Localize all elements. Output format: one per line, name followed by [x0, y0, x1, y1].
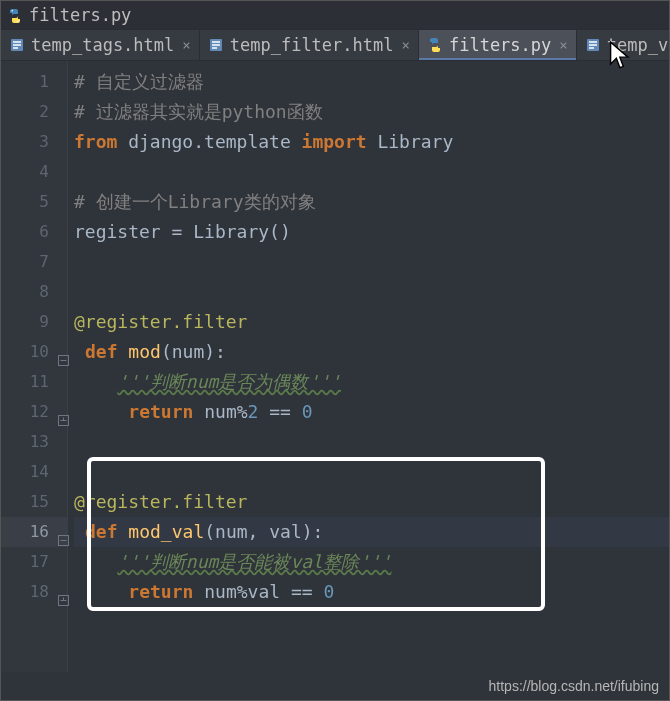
- code-line[interactable]: def mod(num):: [74, 337, 669, 367]
- code-line[interactable]: '''判断num是否为偶数''': [74, 367, 669, 397]
- line-number: 8: [1, 277, 67, 307]
- fold-icon[interactable]: [58, 529, 69, 550]
- line-number: 9: [1, 307, 67, 337]
- tab-label: temp_tags.html: [31, 35, 174, 55]
- code-line[interactable]: return num%val == 0: [74, 577, 669, 607]
- watermark-text: https://blog.csdn.net/ifubing: [489, 678, 659, 694]
- svg-point-2: [17, 21, 19, 23]
- line-number: 17: [1, 547, 67, 577]
- line-number: 6: [1, 217, 67, 247]
- tab-label: temp_var.ht: [607, 35, 669, 55]
- code-line[interactable]: # 创建一个Library类的对象: [74, 187, 669, 217]
- code-line[interactable]: register = Library(): [74, 217, 669, 247]
- code-line[interactable]: return num%2 == 0: [74, 397, 669, 427]
- code-editor[interactable]: 123456789101112131415161718 # 自定义过滤器# 过滤…: [1, 61, 669, 672]
- html-file-icon: [208, 37, 224, 53]
- line-number: 13: [1, 427, 67, 457]
- python-file-icon: [7, 7, 23, 23]
- python-file-icon: [427, 37, 443, 53]
- close-icon[interactable]: ×: [559, 37, 567, 53]
- code-line[interactable]: def mod_val(num, val):: [74, 517, 669, 547]
- line-number: 5: [1, 187, 67, 217]
- file-title: filters.py: [29, 5, 131, 25]
- code-line[interactable]: [74, 247, 669, 277]
- code-line[interactable]: # 过滤器其实就是python函数: [74, 97, 669, 127]
- close-icon[interactable]: ×: [182, 37, 190, 53]
- file-titlebar: filters.py: [1, 1, 669, 30]
- code-line[interactable]: [74, 457, 669, 487]
- line-number: 7: [1, 247, 67, 277]
- tab-temp_var-ht[interactable]: temp_var.ht×: [577, 30, 669, 60]
- tab-label: temp_filter.html: [230, 35, 394, 55]
- fold-icon[interactable]: [58, 589, 69, 610]
- line-number: 11: [1, 367, 67, 397]
- code-line[interactable]: @register.filter: [74, 307, 669, 337]
- code-line[interactable]: # 自定义过滤器: [74, 67, 669, 97]
- code-line[interactable]: [74, 157, 669, 187]
- line-number: 1: [1, 67, 67, 97]
- ide-window: filters.py temp_tags.html×temp_filter.ht…: [0, 0, 670, 701]
- fold-icon[interactable]: [58, 349, 69, 370]
- editor-tabs: temp_tags.html×temp_filter.html×filters.…: [1, 30, 669, 61]
- svg-point-1: [11, 10, 13, 12]
- fold-icon[interactable]: [58, 409, 69, 430]
- tab-temp_filter-html[interactable]: temp_filter.html×: [200, 30, 419, 60]
- code-line[interactable]: [74, 277, 669, 307]
- line-number: 2: [1, 97, 67, 127]
- code-line[interactable]: from django.template import Library: [74, 127, 669, 157]
- code-line[interactable]: @register.filter: [74, 487, 669, 517]
- line-number: 3: [1, 127, 67, 157]
- html-file-icon: [9, 37, 25, 53]
- tab-label: filters.py: [449, 35, 551, 55]
- close-icon[interactable]: ×: [402, 37, 410, 53]
- line-number: 14: [1, 457, 67, 487]
- line-number: 4: [1, 157, 67, 187]
- code-line[interactable]: [74, 427, 669, 457]
- line-number: 15: [1, 487, 67, 517]
- tab-temp_tags-html[interactable]: temp_tags.html×: [1, 30, 200, 60]
- tab-filters-py[interactable]: filters.py×: [419, 30, 577, 60]
- code-line[interactable]: '''判断num是否能被val整除''': [74, 547, 669, 577]
- code-area[interactable]: # 自定义过滤器# 过滤器其实就是python函数from django.tem…: [68, 61, 669, 672]
- html-file-icon: [585, 37, 601, 53]
